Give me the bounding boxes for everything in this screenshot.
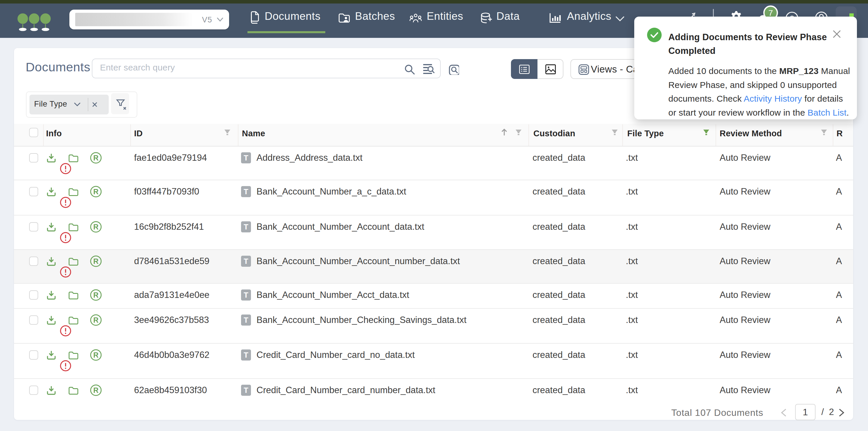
svg-text:7: 7 [768, 8, 773, 18]
svg-text:R: R [93, 386, 98, 394]
svg-text:R: R [93, 316, 98, 324]
svg-text:R: R [93, 154, 98, 162]
svg-text:R: R [93, 291, 98, 299]
svg-text:R: R [93, 188, 98, 196]
svg-text:R: R [93, 223, 98, 231]
svg-text:R: R [93, 351, 98, 359]
svg-text:R: R [93, 257, 98, 265]
